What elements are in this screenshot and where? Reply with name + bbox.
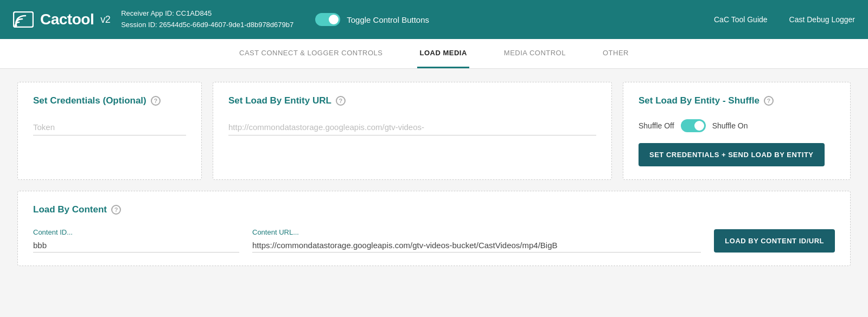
content-fields-row: Content ID... bbb Content URL... https:/… — [33, 228, 835, 253]
entity-shuffle-help-icon[interactable]: ? — [764, 96, 774, 106]
header-nav: CaC Tool Guide Cast Debug Logger — [714, 15, 855, 24]
content-id-label: Content ID... — [33, 228, 239, 236]
content-url-value[interactable]: https://commondatastorage.googleapis.com… — [252, 238, 701, 253]
tab-load-media[interactable]: LOAD MEDIA — [417, 39, 469, 68]
main-content: Set Credentials (Optional) ? Set Load By… — [0, 69, 868, 279]
entity-url-title: Set Load By Entity URL ? — [228, 95, 596, 106]
content-url-label: Content URL... — [252, 228, 701, 236]
content-id-group: Content ID... bbb — [33, 228, 239, 253]
set-credentials-send-load-button[interactable]: SET CREDENTIALS + SEND LOAD BY ENTITY — [639, 143, 825, 166]
card-row-1: Set Credentials (Optional) ? Set Load By… — [17, 82, 851, 180]
tabs-bar: CAST CONNECT & LOGGER CONTROLS LOAD MEDI… — [0, 39, 868, 69]
entity-url-input[interactable] — [228, 119, 596, 135]
set-credentials-title: Set Credentials (Optional) ? — [33, 95, 186, 106]
token-input[interactable] — [33, 119, 186, 135]
shuffle-off-label: Shuffle Off — [639, 121, 674, 130]
credentials-help-icon[interactable]: ? — [151, 96, 161, 106]
load-by-content-title: Load By Content ? — [33, 204, 835, 215]
shuffle-on-label: Shuffle On — [712, 121, 748, 130]
set-credentials-card: Set Credentials (Optional) ? — [17, 82, 202, 180]
header-device-info: Receiver App ID: CC1AD845 Session ID: 26… — [121, 8, 293, 31]
load-by-content-card: Load By Content ? Content ID... bbb Cont… — [17, 191, 851, 266]
load-by-content-button[interactable]: LOAD BY CONTENT ID/URL — [714, 229, 835, 253]
cac-tool-guide-link[interactable]: CaC Tool Guide — [714, 15, 768, 24]
cast-debug-logger-link[interactable]: Cast Debug Logger — [789, 15, 855, 24]
receiver-app-id: Receiver App ID: CC1AD845 — [121, 8, 293, 20]
entity-shuffle-title: Set Load By Entity - Shuffle ? — [639, 95, 835, 106]
toggle-control-section: Toggle Control Buttons — [315, 13, 429, 26]
tab-cast-connect[interactable]: CAST CONNECT & LOGGER CONTROLS — [237, 39, 385, 68]
set-load-entity-url-card: Set Load By Entity URL ? — [213, 82, 612, 180]
content-url-group: Content URL... https://commondatastorage… — [252, 228, 701, 253]
app-logo: Cactool v2 — [13, 11, 110, 28]
entity-url-help-icon[interactable]: ? — [336, 96, 346, 106]
tab-other[interactable]: OTHER — [601, 39, 631, 68]
set-load-entity-shuffle-card: Set Load By Entity - Shuffle ? Shuffle O… — [623, 82, 851, 180]
content-id-value[interactable]: bbb — [33, 238, 239, 253]
cast-logo-icon — [13, 11, 34, 28]
session-id: Session ID: 26544d5c-66d9-4607-9de1-d8b9… — [121, 20, 293, 31]
toggle-control-switch[interactable] — [315, 13, 340, 26]
logo-version: v2 — [100, 14, 110, 25]
toggle-control-label: Toggle Control Buttons — [347, 15, 429, 24]
app-header: Cactool v2 Receiver App ID: CC1AD845 Ses… — [0, 0, 868, 39]
shuffle-toggle-switch[interactable] — [681, 119, 706, 132]
shuffle-toggle-row: Shuffle Off Shuffle On — [639, 119, 835, 132]
tab-media-control[interactable]: MEDIA CONTROL — [502, 39, 568, 68]
load-content-help-icon[interactable]: ? — [111, 205, 121, 215]
logo-text: Cactool — [40, 11, 94, 28]
